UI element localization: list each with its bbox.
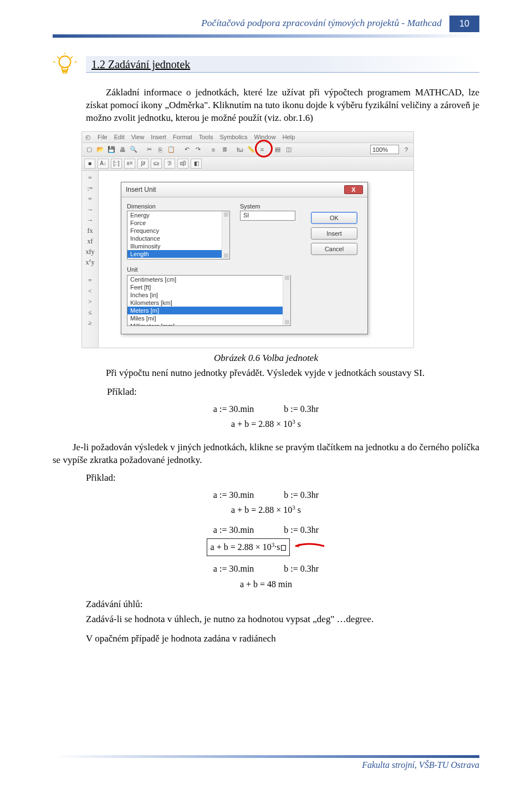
unit-item[interactable]: Kilometers [km]: [127, 299, 290, 307]
menu-format[interactable]: Format: [173, 134, 192, 141]
mathcad-toolbar-main: ▢ 📂 💾 🖶 🔍 ✂ ⎘ 📋 ↶ ↷ ≡ ≣ fω 📏 = ▤ ◫ 100%: [81, 143, 414, 157]
cancel-button[interactable]: Cancel: [311, 243, 357, 255]
pal-xfy[interactable]: xfy: [86, 248, 95, 256]
tb-undo-icon[interactable]: ↶: [182, 145, 192, 155]
svg-line-3: [71, 57, 73, 59]
tb-new-icon[interactable]: ▢: [84, 145, 94, 155]
dim-item[interactable]: Force: [127, 219, 229, 227]
tb2-greek-icon[interactable]: αβ: [177, 159, 188, 169]
unit-listbox[interactable]: Centimeters [cm] Feet [ft] Inches [in] K…: [127, 275, 291, 326]
insert-unit-dialog: Insert Unit X Dimension Energy: [121, 182, 368, 334]
mathcad-toolbar-math: ■ A↓ [::] x= ∫∂ ≤≥ ℬ αβ ◧: [81, 157, 414, 171]
unit-item[interactable]: Miles [mi]: [127, 314, 290, 322]
svg-point-0: [59, 56, 71, 68]
dim-item[interactable]: Inductance: [127, 235, 229, 242]
menu-view[interactable]: View: [131, 134, 145, 141]
doc-header-title: Počítačová podpora zpracování týmových p…: [53, 16, 449, 29]
svg-rect-7: [63, 72, 67, 73]
pal-ge[interactable]: ≥: [88, 319, 92, 327]
menu-window[interactable]: Window: [254, 134, 276, 141]
pal-fx[interactable]: fx: [88, 227, 93, 235]
unit-item[interactable]: Feet [ft]: [127, 283, 290, 291]
tb-preview-icon[interactable]: 🔍: [129, 145, 139, 155]
math-boxed-result: a + b = 2.88 × 103·s: [207, 538, 290, 557]
annotation-red-arrow: [292, 542, 325, 550]
dialog-close-button[interactable]: X: [344, 185, 363, 194]
ok-button[interactable]: OK: [311, 212, 357, 224]
tb-align-icon[interactable]: ≡: [208, 145, 218, 155]
pal-assign[interactable]: :=: [87, 185, 93, 193]
tb-help-icon[interactable]: ?: [401, 145, 411, 155]
tb-save-icon[interactable]: 💾: [106, 145, 116, 155]
tb2-symbolic-icon[interactable]: ◧: [191, 159, 202, 169]
math-a-def: a := 30.min: [213, 404, 254, 414]
tb-print-icon[interactable]: 🖶: [117, 145, 127, 155]
tb-open-icon[interactable]: 📂: [95, 145, 105, 155]
unit-item[interactable]: Inches [in]: [127, 291, 290, 299]
tb2-calculator-icon[interactable]: ■: [84, 159, 95, 169]
unit-item-selected[interactable]: Meters [m]: [127, 307, 290, 314]
insert-button[interactable]: Insert: [311, 227, 357, 240]
unit-item[interactable]: Centimeters [cm]: [127, 276, 290, 283]
pal-eq3[interactable]: =: [88, 277, 92, 285]
tb2-boolean-icon[interactable]: ≤≥: [151, 159, 162, 169]
pal-lt[interactable]: <: [88, 287, 92, 296]
paragraph-intro: Základní informace o jednotkách, které l…: [86, 86, 479, 125]
pal-gt[interactable]: >: [88, 298, 92, 306]
example-label-1: Příklad:: [107, 386, 479, 398]
math-unit-s: s: [295, 419, 301, 429]
dim-item[interactable]: Frequency: [127, 227, 229, 235]
scrollbar[interactable]: [283, 274, 290, 325]
pal-xf[interactable]: xf: [88, 237, 93, 246]
pal-eq1[interactable]: =: [88, 174, 92, 182]
tb-copy-icon[interactable]: ⎘: [155, 145, 165, 155]
dim-item[interactable]: Energy: [127, 211, 229, 219]
tb-fx-icon[interactable]: fω: [235, 145, 245, 155]
angles-heading: Zadávání úhlů:: [86, 599, 479, 610]
tb-region-icon[interactable]: ◫: [284, 145, 294, 155]
tb2-graph-icon[interactable]: A↓: [98, 159, 109, 169]
tb2-evaluation-icon[interactable]: x=: [124, 159, 135, 169]
tb2-matrix-icon[interactable]: [::]: [111, 159, 122, 169]
menu-help[interactable]: Help: [283, 134, 295, 141]
mathcad-app-icon: ◴: [85, 134, 91, 141]
unit-placeholder-box[interactable]: [281, 545, 286, 551]
tb2-calculus-icon[interactable]: ∫∂: [137, 159, 149, 169]
dim-item[interactable]: Illuminosity: [127, 242, 229, 250]
pal-eq2[interactable]: =: [88, 195, 92, 203]
tb-unit-icon[interactable]: 📏: [246, 145, 256, 155]
menu-symbolics[interactable]: Symbolics: [219, 134, 247, 141]
tb-equals-icon[interactable]: =: [257, 145, 267, 155]
figure-caption: Obrázek 0.6 Volba jednotek: [53, 353, 479, 364]
scrollbar[interactable]: [222, 211, 229, 259]
header-divider: [53, 34, 479, 38]
pal-arrow1[interactable]: →: [87, 206, 94, 214]
pal-le[interactable]: ≤: [88, 308, 92, 317]
pal-xfy2[interactable]: xᶠy: [86, 258, 95, 267]
menu-insert[interactable]: Insert: [151, 134, 166, 141]
angles-p1: Zadává-li se hodnota v úhlech, je nutno …: [86, 613, 479, 626]
paragraph-other-units: Je-li požadován výsledek v jiných jednot…: [53, 441, 479, 467]
unit-item[interactable]: Millimeters [mm]: [127, 322, 290, 326]
pal-arrow2[interactable]: →: [87, 216, 94, 225]
label-system: System: [240, 203, 295, 210]
lightbulb-icon: [53, 52, 77, 77]
footer-text: Fakulta strojní, VŠB-TU Ostrava: [362, 760, 479, 770]
tb-align2-icon[interactable]: ≣: [219, 145, 229, 155]
dimension-listbox[interactable]: Energy Force Frequency Inductance Illumi…: [127, 211, 230, 259]
tb2-programming-icon[interactable]: ℬ: [164, 159, 175, 169]
tb-cut-icon[interactable]: ✂: [144, 145, 154, 155]
system-value[interactable]: SI: [241, 211, 295, 219]
tb-component-icon[interactable]: ▤: [273, 145, 283, 155]
mathcad-screenshot: ◴ File Edit View Insert Format Tools Sym…: [81, 131, 414, 348]
dim-item-selected[interactable]: Length: [127, 250, 229, 258]
section-title: 1.2 Zadávání jednotek: [91, 58, 190, 70]
menu-tools[interactable]: Tools: [199, 134, 213, 141]
tb-paste-icon[interactable]: 📋: [166, 145, 176, 155]
math-example-2c: a := 30.min b := 0.3hr a + b = 48 min: [53, 562, 479, 591]
zoom-input[interactable]: 100%: [370, 145, 399, 154]
tb-redo-icon[interactable]: ↷: [193, 145, 203, 155]
menu-file[interactable]: File: [98, 134, 108, 141]
menu-edit[interactable]: Edit: [114, 134, 125, 141]
system-listbox[interactable]: SI: [240, 211, 295, 221]
